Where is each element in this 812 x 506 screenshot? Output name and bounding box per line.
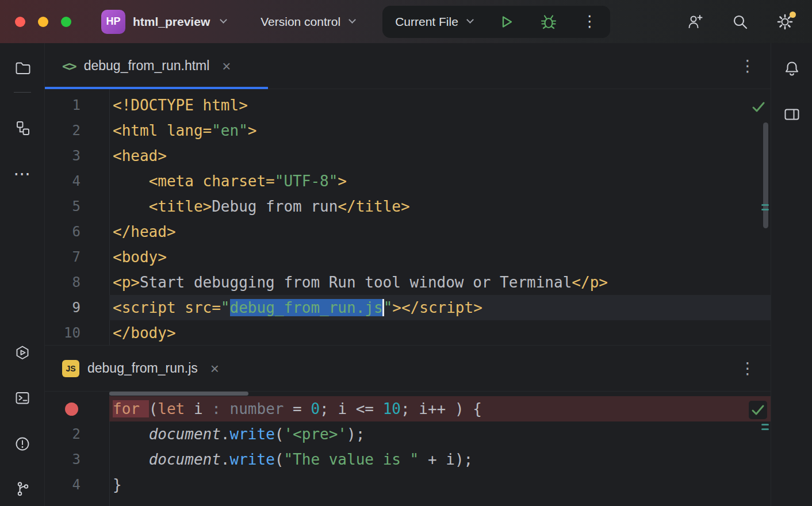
run-tool-window-button[interactable] [14, 344, 30, 361]
tab-debug-from-run-js[interactable]: JS debug_from_run.js × [45, 346, 233, 392]
run-configuration-selector[interactable]: Current File [395, 15, 473, 29]
titlebar-right-actions [687, 13, 802, 30]
inspections-ok-icon[interactable] [751, 99, 766, 114]
code-text[interactable]: <head> [109, 143, 771, 168]
html-code-area[interactable]: 1<!DOCTYPE html>2<html lang="en">3<head>… [45, 89, 771, 345]
line-number-gutter[interactable]: 9 [45, 295, 109, 320]
code-text[interactable]: <title>Debug from run</title> [109, 194, 771, 219]
html-code-line-5[interactable]: 5 <title>Debug from run</title> [45, 194, 771, 219]
html-code-line-2[interactable]: 2<html lang="en"> [45, 118, 771, 143]
html-code-line-7[interactable]: 7<body> [45, 244, 771, 270]
more-run-actions-button[interactable]: ⋮ [582, 14, 597, 29]
close-tab-button[interactable]: × [210, 361, 219, 376]
project-widget[interactable]: HP html_preview [101, 10, 226, 34]
line-number-gutter[interactable] [45, 396, 109, 421]
code-token: "en" [212, 122, 248, 139]
problems-tool-window-button[interactable] [14, 436, 30, 452]
code-text[interactable]: <!DOCTYPE html> [109, 93, 771, 118]
code-token: document [149, 425, 221, 443]
settings-button[interactable] [776, 13, 794, 30]
editor-options-menu-button[interactable]: ⋮ [740, 361, 756, 377]
editor-options-menu-button[interactable]: ⋮ [740, 58, 756, 74]
html-code-line-9[interactable]: 9<script src="debug_from_run.js"></scrip… [45, 295, 771, 320]
code-text[interactable]: <body> [109, 244, 771, 270]
code-token: charset= [203, 172, 275, 190]
bell-icon [783, 60, 800, 77]
scrollbar-caret-mark[interactable] [761, 204, 769, 206]
html-code-line-4[interactable]: 4 <meta charset="UTF-8"> [45, 168, 771, 194]
line-number-gutter[interactable]: 8 [45, 270, 109, 295]
version-control-tool-window-button[interactable] [14, 481, 30, 497]
vertical-scrollbar-thumb[interactable] [763, 122, 768, 228]
scrollbar-caret-mark[interactable] [761, 209, 769, 210]
chevron-down-icon [348, 16, 356, 24]
line-number-gutter[interactable]: 7 [45, 244, 109, 270]
close-window-button[interactable] [15, 17, 25, 27]
code-text[interactable]: for (let i : number = 0; i <= 10; i++ ) … [109, 396, 771, 421]
code-text[interactable]: </body> [109, 320, 771, 345]
tab-debug-from-run-html[interactable]: <> debug_from_run.html × [45, 43, 268, 89]
debug-button[interactable] [539, 13, 558, 31]
line-number-gutter[interactable]: 1 [45, 93, 109, 118]
code-token: "UTF-8" [275, 172, 338, 190]
search-everywhere-button[interactable] [731, 13, 749, 30]
scrollbar-caret-mark[interactable] [761, 428, 769, 430]
code-text[interactable]: document.write("The value is " + i); [109, 447, 771, 472]
inspections-ok-icon[interactable] [749, 401, 767, 419]
more-tool-windows-button[interactable]: ⋯ [14, 165, 31, 182]
js-code-line-2[interactable]: 2 document.write('<pre>'); [45, 421, 771, 447]
line-number-gutter[interactable]: 6 [45, 219, 109, 244]
structure-tool-window-button[interactable] [14, 120, 30, 136]
html-code-line-6[interactable]: 6</head> [45, 219, 771, 244]
html-code-line-8[interactable]: 8<p>Start debugging from Run tool window… [45, 270, 771, 295]
line-number-gutter[interactable]: 5 [45, 194, 109, 219]
code-token: <p> [113, 274, 140, 291]
notifications-button[interactable] [783, 60, 800, 77]
code-token: > [248, 122, 257, 139]
code-token [113, 425, 149, 443]
code-text[interactable]: <html lang="en"> [109, 118, 771, 143]
code-text[interactable]: </head> [109, 219, 771, 244]
js-code-area[interactable]: for (let i : number = 0; i <= 10; i++ ) … [45, 392, 771, 506]
html-code-line-1[interactable]: 1<!DOCTYPE html> [45, 93, 771, 118]
code-text[interactable]: } [109, 472, 771, 497]
horizontal-scrollbar-thumb[interactable] [109, 392, 248, 396]
line-number-gutter[interactable]: 2 [45, 421, 109, 447]
line-number-gutter[interactable]: 10 [45, 320, 109, 345]
js-code-line-3[interactable]: 3 document.write("The value is " + i); [45, 447, 771, 472]
add-user-icon [687, 13, 704, 30]
line-number-gutter[interactable]: 2 [45, 118, 109, 143]
line-number-gutter[interactable]: 4 [45, 168, 109, 194]
scrollbar-caret-mark[interactable] [761, 424, 769, 425]
html-code-line-10[interactable]: 10</body> [45, 320, 771, 345]
code-text[interactable]: document.write('<pre>'); [109, 421, 771, 447]
line-number-gutter[interactable]: 4 [45, 472, 109, 497]
code-token: <!DOCTYPE html> [113, 97, 248, 114]
titlebar: HP html_preview Version control Current … [0, 0, 812, 43]
window-controls [15, 17, 71, 27]
terminal-tool-window-button[interactable] [14, 390, 30, 406]
code-token: : number [212, 400, 284, 417]
layout-panel-tool-window-button[interactable] [783, 106, 800, 123]
html-code-line-3[interactable]: 3<head> [45, 143, 771, 168]
run-button[interactable] [497, 13, 515, 31]
code-text[interactable]: <script src="debug_from_run.js"></script… [109, 295, 771, 320]
vcs-widget[interactable]: Version control [261, 15, 355, 29]
line-number-gutter[interactable]: 3 [45, 143, 109, 168]
fullscreen-window-button[interactable] [61, 17, 71, 27]
structure-icon [14, 120, 30, 136]
code-with-me-button[interactable] [687, 13, 704, 30]
code-token: " [384, 299, 393, 316]
code-text[interactable]: <meta charset="UTF-8"> [109, 168, 771, 194]
line-number-gutter[interactable]: 3 [45, 447, 109, 472]
code-token: i [185, 400, 212, 417]
js-code-line-4[interactable]: 4} [45, 472, 771, 497]
minimize-window-button[interactable] [38, 17, 48, 27]
project-tool-window-button[interactable] [14, 60, 30, 76]
breakpoint-icon[interactable] [65, 402, 78, 416]
js-code-line-1[interactable]: for (let i : number = 0; i <= 10; i++ ) … [45, 396, 771, 421]
code-text[interactable]: <p>Start debugging from Run tool window … [109, 270, 771, 295]
close-tab-button[interactable]: × [222, 59, 231, 74]
editor-area: <> debug_from_run.html × ⋮ 1<!DOCTYPE ht… [45, 43, 771, 506]
right-tool-strip [771, 43, 812, 506]
